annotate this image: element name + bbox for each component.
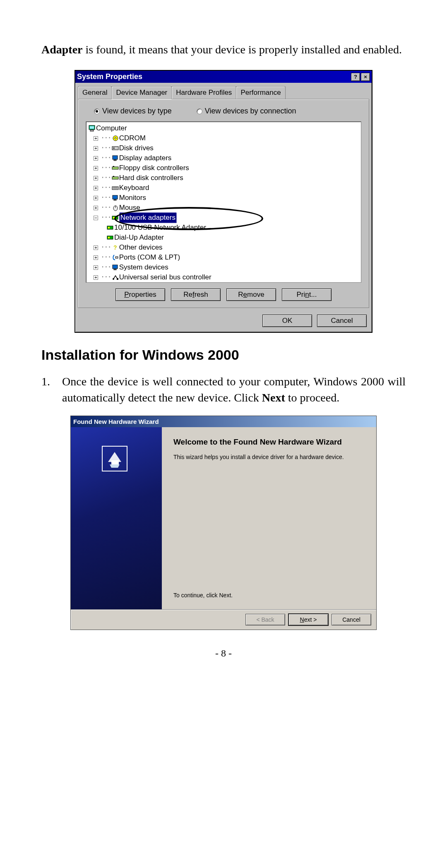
- disk-icon: [112, 145, 119, 151]
- plus-icon[interactable]: +: [94, 255, 98, 260]
- tree-item-dialup-adapter[interactable]: Dial-Up Adapter: [89, 233, 358, 243]
- svg-rect-17: [114, 200, 116, 200]
- controller-icon: [112, 165, 119, 171]
- cancel-button[interactable]: Cancel: [332, 614, 371, 625]
- system-properties-dialog: System Properties ? × General Device Man…: [74, 70, 372, 333]
- svg-rect-21: [113, 217, 115, 219]
- plus-icon[interactable]: +: [94, 166, 98, 171]
- plus-icon[interactable]: +: [94, 176, 98, 180]
- tab-panel: View devices by type View devices by con…: [78, 99, 369, 308]
- tree-item[interactable]: +···Floppy disk controllers: [89, 163, 358, 173]
- help-button[interactable]: ?: [351, 73, 360, 81]
- svg-rect-31: [117, 278, 118, 280]
- svg-point-4: [115, 137, 116, 139]
- properties-button[interactable]: Properties: [115, 289, 165, 301]
- display-icon: [112, 195, 119, 201]
- device-tree[interactable]: Computer +···CDROM +···Disk drives +···D…: [86, 121, 361, 283]
- section-heading: Installation for Windows 2000: [41, 345, 406, 365]
- close-button[interactable]: ×: [361, 73, 370, 81]
- tab-hardware-profiles[interactable]: Hardware Profiles: [171, 86, 236, 99]
- print-button[interactable]: Print...: [282, 289, 332, 301]
- cdrom-icon: [112, 135, 119, 142]
- nic-icon: [107, 224, 114, 231]
- tree-item-network-adapters[interactable]: −···Network adapters: [89, 213, 358, 223]
- radio-view-by-connection[interactable]: View devices by connection: [197, 106, 296, 116]
- svg-rect-23: [108, 227, 110, 228]
- question-icon: ?: [112, 244, 119, 251]
- nic-icon: [112, 214, 119, 221]
- svg-rect-10: [113, 166, 114, 167]
- tree-item[interactable]: +···Monitors: [89, 193, 358, 203]
- next-button[interactable]: Next >: [288, 614, 328, 625]
- svg-rect-8: [114, 160, 116, 161]
- svg-rect-28: [113, 265, 118, 269]
- tree-item-usb-network-adapter[interactable]: 10/100 USB Network Adapter: [89, 223, 358, 233]
- tree-item[interactable]: +···Disk drives: [89, 143, 358, 153]
- plus-icon[interactable]: +: [94, 265, 98, 270]
- svg-rect-27: [115, 257, 118, 258]
- ok-button[interactable]: OK: [262, 315, 312, 327]
- tree-item[interactable]: +···Ports (COM & LPT): [89, 252, 358, 262]
- cancel-button[interactable]: Cancel: [317, 315, 367, 327]
- plus-icon[interactable]: +: [94, 245, 98, 250]
- plus-icon[interactable]: +: [94, 136, 98, 141]
- controller-icon: [112, 175, 119, 181]
- plus-icon[interactable]: +: [94, 206, 98, 210]
- svg-rect-29: [114, 269, 116, 270]
- plus-icon[interactable]: +: [94, 156, 98, 161]
- tab-device-manager[interactable]: Device Manager: [111, 86, 172, 99]
- tree-root[interactable]: Computer: [89, 123, 358, 133]
- radio-empty-icon: [197, 108, 202, 114]
- svg-rect-9: [112, 167, 118, 169]
- svg-rect-2: [90, 130, 94, 131]
- wizard-sidebar: [71, 427, 162, 609]
- plus-icon[interactable]: +: [94, 275, 98, 280]
- hardware-icon: [100, 444, 130, 474]
- radio-view-by-type[interactable]: View devices by type: [94, 106, 172, 116]
- svg-rect-25: [108, 237, 110, 238]
- display-icon: [112, 155, 119, 161]
- tree-item[interactable]: +···?Other devices: [89, 243, 358, 252]
- wizard-main: Welcome to the Found New Hardware Wizard…: [162, 427, 376, 609]
- step-text-post: to proceed.: [285, 391, 339, 404]
- tab-performance[interactable]: Performance: [236, 86, 285, 99]
- plus-icon[interactable]: +: [94, 146, 98, 151]
- svg-rect-7: [113, 156, 118, 159]
- mouse-icon: [112, 204, 119, 211]
- step-text-bold: Next: [262, 391, 285, 404]
- display-icon: [112, 264, 119, 271]
- window-title: System Properties: [77, 72, 142, 82]
- remove-button[interactable]: Remove: [226, 289, 276, 301]
- wizard-titlebar: Found New Hardware Wizard: [71, 416, 376, 427]
- found-new-hardware-wizard: Found New Hardware Wizard Welcome to the…: [70, 416, 377, 630]
- page-number: - 8 -: [41, 647, 406, 661]
- wizard-continue-text: To continue, click Next.: [173, 591, 365, 600]
- svg-text:?: ?: [113, 244, 117, 251]
- svg-rect-11: [112, 177, 118, 179]
- tree-item[interactable]: +···Hard disk controllers: [89, 173, 358, 183]
- plus-icon[interactable]: +: [94, 196, 98, 200]
- svg-rect-12: [113, 176, 114, 177]
- tree-item[interactable]: +···Keyboard: [89, 183, 358, 193]
- step-number: 1.: [41, 373, 62, 406]
- tree-item[interactable]: +···CDROM: [89, 133, 358, 143]
- back-button: < Back: [245, 614, 285, 625]
- titlebar: System Properties ? ×: [75, 71, 372, 83]
- step-1: 1. Once the device is well connected to …: [41, 373, 406, 406]
- svg-rect-16: [113, 195, 118, 199]
- usb-icon: [112, 274, 119, 281]
- intro-bold: Adapter: [41, 43, 83, 56]
- tab-general[interactable]: General: [78, 86, 112, 99]
- tree-item[interactable]: +···Display adapters: [89, 153, 358, 163]
- minus-icon[interactable]: −: [94, 216, 98, 220]
- tree-item[interactable]: +···Universal serial bus controller: [89, 272, 358, 282]
- tree-item[interactable]: +···System devices: [89, 262, 358, 272]
- wizard-heading: Welcome to the Found New Hardware Wizard: [173, 437, 365, 447]
- plus-icon[interactable]: +: [94, 186, 98, 190]
- refresh-button[interactable]: Refresh: [171, 289, 221, 301]
- keyboard-icon: [112, 185, 119, 191]
- tree-item[interactable]: +···Mouse: [89, 203, 358, 213]
- step-text-pre: Once the device is well connected to you…: [62, 375, 406, 404]
- computer-icon: [89, 125, 96, 132]
- intro-rest: is found, it means that your device is p…: [83, 43, 402, 56]
